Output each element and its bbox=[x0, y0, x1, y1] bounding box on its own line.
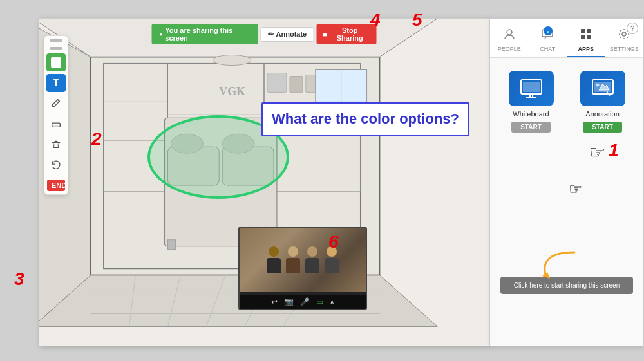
pen-icon bbox=[50, 97, 62, 111]
delete-icon bbox=[50, 138, 62, 152]
svg-point-37 bbox=[213, 55, 251, 66]
video-back-icon[interactable]: ↩ bbox=[271, 297, 278, 306]
svg-rect-51 bbox=[523, 82, 540, 92]
pencil-icon: ✏ bbox=[268, 30, 274, 39]
tab-apps[interactable]: APPS bbox=[567, 24, 605, 57]
color-swatch bbox=[51, 57, 61, 68]
video-screen-icon[interactable]: ▭ bbox=[316, 297, 323, 306]
color-picker-button[interactable] bbox=[46, 53, 66, 71]
question-text: What are the color options? bbox=[272, 110, 459, 129]
video-mic-icon[interactable]: 🎤 bbox=[300, 297, 310, 306]
svg-marker-58 bbox=[542, 272, 550, 279]
shared-screen: VGK What are the color options? You are … bbox=[39, 18, 489, 346]
people-tab-icon bbox=[503, 28, 516, 44]
text-tool-icon: T bbox=[53, 77, 59, 89]
step-2: 2 bbox=[91, 129, 102, 149]
annotation-label: Annotation bbox=[585, 110, 620, 118]
svg-rect-47 bbox=[581, 35, 585, 39]
whiteboard-icon-box bbox=[509, 71, 554, 106]
people-tab-label: PEOPLE bbox=[498, 46, 521, 52]
svg-rect-45 bbox=[581, 29, 585, 33]
sharing-status: You are sharing this screen bbox=[152, 24, 258, 44]
step-5: 5 bbox=[412, 10, 422, 30]
apps-tab-icon bbox=[580, 28, 592, 44]
stop-sharing-button[interactable]: ■ Stop Sharing bbox=[316, 24, 376, 44]
svg-point-49 bbox=[622, 32, 626, 36]
svg-rect-31 bbox=[267, 73, 287, 92]
whiteboard-start-button[interactable]: START bbox=[511, 122, 551, 133]
apps-tab-label: APPS bbox=[578, 46, 594, 52]
person-1 bbox=[267, 246, 281, 273]
whiteboard-app-card: Whiteboard START bbox=[500, 71, 562, 133]
whiteboard-label: Whiteboard bbox=[513, 110, 549, 118]
svg-rect-46 bbox=[587, 29, 591, 33]
person-3 bbox=[305, 246, 319, 273]
pen-tool-button[interactable] bbox=[46, 95, 66, 113]
step-4: 4 bbox=[370, 10, 381, 30]
svg-rect-48 bbox=[587, 35, 591, 39]
svg-rect-33 bbox=[306, 75, 316, 92]
text-tool-button[interactable]: T bbox=[46, 74, 66, 92]
drag-handle[interactable] bbox=[50, 39, 62, 42]
step-6: 6 bbox=[328, 232, 339, 252]
drag-handle-2[interactable] bbox=[50, 47, 62, 50]
delete-tool-button[interactable] bbox=[46, 136, 66, 154]
settings-tab-label: SETTINGS bbox=[610, 46, 639, 52]
undo-button[interactable] bbox=[46, 156, 66, 174]
tab-people[interactable]: PEOPLE bbox=[490, 24, 529, 57]
help-button[interactable]: ? bbox=[627, 23, 638, 34]
chat-tab-label: CHAT bbox=[540, 46, 555, 52]
video-people-preview bbox=[240, 228, 366, 292]
svg-point-57 bbox=[596, 83, 599, 86]
panel-tabs: PEOPLE 9 CHAT APPS SETTI bbox=[490, 19, 643, 58]
video-thumbnail: ↩ 📷 🎤 ▭ ∧ bbox=[238, 227, 367, 310]
step-1: 1 bbox=[609, 140, 619, 161]
svg-rect-32 bbox=[290, 76, 303, 92]
annotation-icon-box bbox=[580, 71, 625, 106]
step-3: 3 bbox=[14, 269, 24, 290]
svg-rect-20 bbox=[167, 240, 175, 250]
svg-point-43 bbox=[507, 30, 512, 35]
annotation-app-card: Annotation START bbox=[572, 71, 633, 133]
annotation-toolbar: T bbox=[44, 35, 68, 195]
question-text-box: What are the color options? bbox=[261, 102, 469, 136]
person-2 bbox=[286, 246, 300, 273]
annotate-button[interactable]: ✏ Annotate bbox=[261, 27, 314, 42]
tab-chat[interactable]: 9 CHAT bbox=[529, 24, 567, 57]
eraser-icon bbox=[50, 118, 62, 131]
end-button[interactable]: END bbox=[47, 180, 65, 191]
svg-text:VGK: VGK bbox=[219, 85, 245, 98]
stop-icon: ■ bbox=[323, 30, 327, 38]
sharing-bar: You are sharing this screen ✏ Annotate ■… bbox=[152, 24, 377, 44]
chat-badge: 9 bbox=[544, 26, 553, 35]
apps-grid: Whiteboard START Annotation START bbox=[490, 58, 643, 145]
annotation-start-button[interactable]: START bbox=[583, 122, 622, 133]
video-expand-icon[interactable]: ∧ bbox=[330, 299, 334, 306]
undo-icon bbox=[50, 159, 62, 172]
video-camera-icon[interactable]: 📷 bbox=[284, 297, 294, 306]
video-toolbar: ↩ 📷 🎤 ▭ ∧ bbox=[240, 295, 366, 309]
right-panel: PEOPLE 9 CHAT APPS SETTI bbox=[489, 18, 644, 346]
eraser-tool-button[interactable] bbox=[46, 115, 66, 133]
